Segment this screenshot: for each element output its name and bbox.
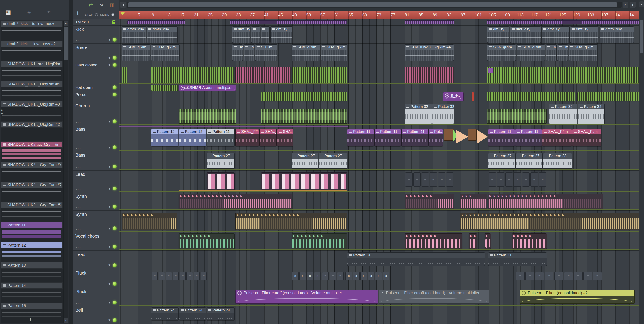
clip-dm-sy[interactable]: dm..sy [270,27,292,43]
lane-percs-5[interactable]: ~ff_e.. [119,91,639,102]
timeline-bar-21[interactable]: 21 [194,13,198,18]
timeline-bar-85[interactable]: 85 [418,13,423,18]
mini-clip[interactable]: ≡ [526,272,534,280]
clip-mk[interactable]: ≡≡≡≡≡≡ [405,172,454,187]
clip-dmt-sy[interactable]: dmt..sy [570,27,598,43]
mini-clip[interactable]: ≡ [330,272,336,280]
picker-item-dmth2-kick-low-nosy-2[interactable]: dmth2_kick_...low_nosy #2 [1,41,62,61]
timeline-bar-93[interactable]: 93 [447,13,452,18]
track-led[interactable] [113,120,116,123]
clip-pattern-11[interactable]: Pattern 11 [374,129,401,146]
clip-tri[interactable] [456,130,468,144]
clip-mk[interactable]: ≡≡≡≡≡≡≡ [488,172,547,187]
lane-hat-open-4[interactable]: ~KSHMR Acoust..multiplier [119,84,639,91]
clip-ff-e[interactable]: ~ff_e.. [443,92,464,101]
clip-pattern-11[interactable]: Pattern 11 [515,129,542,146]
clip-bg[interactable] [151,67,234,83]
timeline-bar-13[interactable]: 13 [166,13,170,18]
clip-seq[interactable]: ≡≡≡≡≡≡≡≡≡ [516,272,602,280]
lane-track-1-0[interactable] [119,19,639,26]
clip-wt[interactable]: ▶▶▶▶▶▶▶▶▶▶▶▶▶▶▶▶ [236,213,347,230]
clip-bm[interactable] [236,67,291,83]
mini-clip[interactable]: ≡ [166,272,172,280]
chevron-down-icon[interactable]: ▾ [108,205,110,209]
clip-pat-11[interactable]: Pat..11 [428,129,443,146]
clip-wgr[interactable] [261,109,347,124]
track-led[interactable] [113,56,116,60]
add-track-button[interactable]: + [76,10,80,17]
mini-clip[interactable]: ≡ [516,272,524,280]
picker-item-pattern-14[interactable]: Pattern 14 [1,282,62,302]
slide-radio[interactable] [111,13,114,16]
track-header-synth-11[interactable]: Synth...▾ [73,211,119,232]
mini-clip[interactable]: × [346,272,352,280]
lane-hats-closed-3[interactable]: ~ [119,62,639,84]
chevron-down-icon[interactable]: ▾ [108,263,110,267]
lane-pluck-15[interactable]: ~Pulseon - Filter cutoff (consolidated) … [119,288,639,306]
mini-clip[interactable]: ≡ [488,172,496,187]
clip-sp[interactable] [487,20,639,24]
scroll-corner-button[interactable]: ▴ [630,2,636,8]
timeline-bar-105[interactable]: 105 [489,13,496,18]
clip-pattern-11[interactable]: Pattern 11 [206,129,234,146]
lane-kick-1[interactable]: dmth..osydmth..osydmt..sydm..sydm..sydmt… [119,26,639,44]
chevron-down-icon[interactable]: ▾ [108,165,110,168]
clip-wt[interactable]: ▶▶▶▶▶▶▶▶ [122,213,177,230]
lane-synth-11[interactable]: ▶▶▶▶▶▶▶▶▶▶▶▶▶▶▶▶▶▶▶▶▶▶▶▶▶▶▶▶▶▶▶▶▶▶▶▶▶▶▶▶… [119,211,639,232]
mini-clip[interactable]: ≡ [337,272,344,280]
mini-clip[interactable]: ≡ [322,272,329,280]
grid-icon[interactable]: ▦ [6,9,11,15]
clip-sp[interactable] [128,20,185,24]
clip-pk[interactable] [206,172,234,191]
mini-clip[interactable]: × [353,272,359,280]
timeline-bar-65[interactable]: 65 [348,13,353,18]
clip-sh-im[interactable]: SH..im [255,44,277,61]
picker-scrollbar-top-button[interactable]: ≡ [64,21,68,26]
timeline-bar-117[interactable]: 117 [531,13,538,18]
mini-clip[interactable]: ≡ [186,272,192,280]
picker-item-shadow-uk2-ss-cry-f-m[interactable]: SHADOW_UK2..ss_Cry_F#m [1,141,62,162]
clip-bg[interactable]: ~ [487,67,639,83]
track-led[interactable] [113,300,116,304]
clip-pattern-27[interactable]: Pattern 27 [516,153,543,169]
track-header-bell-16[interactable]: Bell...▾ [73,306,119,324]
timeline-bar-9[interactable]: 9 [152,13,154,18]
timeline-bar-5[interactable]: 5 [138,13,140,18]
mini-clip[interactable]: × [292,272,298,280]
clip-sha-grim[interactable]: SHA..gRim [151,44,180,61]
lane-synth-10[interactable]: ▶▶▶▶▶▶▶▶▶▶▶▶▶▶▶▶▶▶▶▶▶▶▶▶▶▶▶▶▶▶▶▶▶▶▶▶▶▶▶▶… [119,192,639,211]
clip-pattern-12[interactable]: Pattern 12 [151,129,179,146]
clip-vp[interactable]: ▶▶▶▶▶▶▶▶ [405,233,462,249]
mini-clip[interactable]: ≡ [584,272,592,280]
clip-pattern-32[interactable]: Pattern 32 [549,104,577,124]
track-led[interactable] [113,165,116,168]
mini-clip[interactable]: ≡ [564,272,573,280]
mini-clip[interactable]: ≡ [530,172,538,187]
clip-seq[interactable]: ≡≡≡≡≡≡≡≡ [151,272,207,280]
clip-bg[interactable] [292,67,347,83]
vertical-scrollbar-thumb[interactable] [640,20,643,53]
clip-wp[interactable]: ▶▶▶▶▶▶▶▶▶▶▶▶▶▶▶▶ [179,194,292,209]
clip-sha-f-m[interactable]: SHA.._F#m [277,129,293,146]
track-led[interactable] [113,245,116,249]
mini-clip[interactable]: ≡ [173,272,179,280]
clip-dmth-osy[interactable]: dmth..osy [147,27,178,43]
mini-clip[interactable]: × [368,272,374,280]
horizontal-scrollbar[interactable]: ◂ ▸ ▴ [119,0,639,11]
piano-keys-icon[interactable]: ▥ [110,2,114,8]
timeline-bar-29[interactable]: 29 [222,13,227,18]
timeline-bar-97[interactable]: 97 [461,13,465,18]
link-icon[interactable]: ∞ [100,2,103,8]
clip-pattern-24[interactable]: Pattern 24 [151,307,179,320]
diamond-icon[interactable]: ◈ [27,9,31,15]
track-header-pluck-15[interactable]: Pluck...▾ [73,288,119,306]
timeline-bar-109[interactable]: 109 [503,13,510,18]
mini-clip[interactable]: × [300,272,306,280]
track-header-synth-10[interactable]: Synth...▾ [73,192,119,211]
track-led[interactable] [113,318,116,322]
mini-clip[interactable]: × [360,272,367,280]
track-header-bass-7[interactable]: Bass...▾ [73,125,119,151]
timeline-bar-69[interactable]: 69 [362,13,367,18]
timeline-bar-121[interactable]: 121 [545,13,552,18]
mini-clip[interactable]: ≡ [497,172,504,187]
